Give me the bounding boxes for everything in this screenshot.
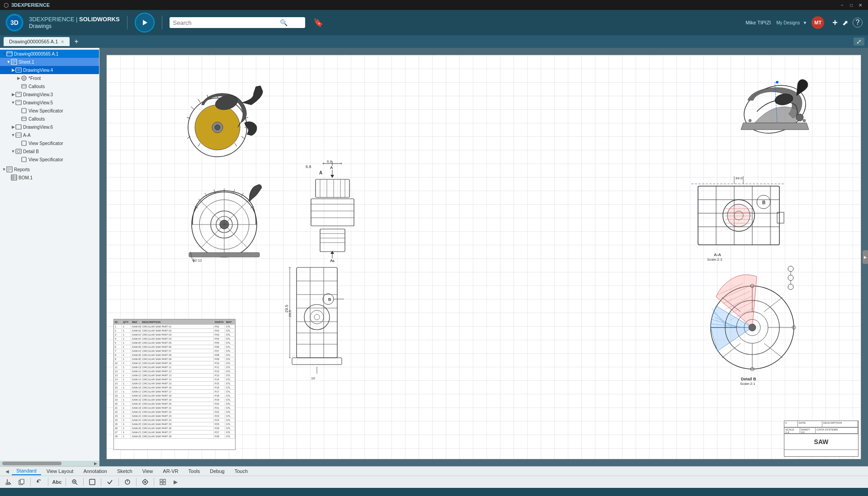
toolbar-separator2 [162, 16, 162, 29]
tab-touch[interactable]: Touch [230, 468, 252, 475]
search-input[interactable] [173, 19, 277, 26]
doc-tab[interactable]: Drawing00000565 A.1 ✕ [4, 37, 70, 46]
window-restore-icon[interactable]: ⤢ [854, 37, 864, 46]
tree-item-viewspec1[interactable]: View Specificator [0, 107, 99, 115]
svg-rect-95 [316, 179, 349, 197]
canvas-area[interactable]: ϕ2:12 6.8 A [99, 48, 868, 466]
bom-row: 3 1 SAW-03 CIRCULAR SAW PART 03 P03 STL [114, 333, 235, 337]
app-logo: 3D [5, 14, 24, 32]
toggle-reports[interactable]: ▼ [2, 167, 6, 172]
check-button[interactable] [104, 477, 115, 487]
svg-point-206 [144, 481, 146, 483]
product-name: 3DEXPERIENCE | SOLIDWORKS [29, 16, 120, 23]
view-box-button[interactable] [87, 477, 98, 487]
tree-item-reports[interactable]: ▼ Reports [0, 165, 99, 173]
my-designs[interactable]: My Designs [776, 20, 800, 25]
tool-sep-2 [48, 478, 48, 486]
tab-close-button[interactable]: ✕ [61, 39, 64, 44]
next-button[interactable]: ▶ [170, 477, 181, 487]
toggle-dv5[interactable]: ▼ [11, 100, 15, 105]
tree-label-dv4: DrawingView.4 [23, 68, 53, 73]
close-button[interactable]: ✕ [856, 1, 864, 9]
tab-standard[interactable]: Standard [12, 467, 41, 475]
grid-button[interactable] [157, 477, 168, 487]
tree-item-dv6[interactable]: ▶ DrawingView.6 [0, 123, 99, 131]
tool-sep-6 [118, 478, 119, 486]
zoom-button[interactable] [69, 477, 80, 487]
tree-item-drawing-root[interactable]: ▼ Drawing00000565 A.1 [0, 50, 99, 58]
tree-item-detailb[interactable]: ▼ Detail B [0, 147, 99, 155]
tool-tab-bar: ◀ Standard View Layout Annotation Sketch… [0, 467, 868, 476]
svg-line-50 [241, 136, 245, 139]
toggle-aa[interactable]: ▼ [11, 133, 15, 137]
toggle-sheet1[interactable]: ▼ [6, 60, 11, 64]
toggle-dv6[interactable]: ▶ [11, 125, 15, 129]
tree-item-viewspec2[interactable]: View Specificator [0, 139, 99, 147]
tree-item-front[interactable]: ▶ *Front [0, 74, 99, 82]
tb-field-3: DESCRIPTION [822, 421, 858, 427]
toggle-drawing-root[interactable]: ▼ [2, 51, 6, 56]
svg-rect-84 [189, 253, 259, 257]
tab-sketch[interactable]: Sketch [113, 468, 137, 475]
snap-button[interactable] [140, 477, 151, 487]
scrollbar-thumb[interactable] [2, 462, 61, 465]
toggle-front[interactable]: ▶ [16, 76, 21, 80]
play-button-group[interactable] [135, 13, 155, 33]
tab-debug[interactable]: Debug [205, 468, 229, 475]
tab-tools[interactable]: Tools [184, 468, 205, 475]
help-icon[interactable]: ? [853, 18, 863, 28]
tree-item-drawingview4[interactable]: ▶ DrawingView.4 [0, 66, 99, 74]
svg-text:10: 10 [311, 376, 315, 380]
toggle-dv3[interactable]: ▶ [11, 92, 15, 97]
bom-row: 27 1 SAW-27 CIRCULAR SAW PART 27 P27 STL [114, 430, 235, 435]
add-tab-button[interactable]: + [71, 37, 81, 46]
text-button[interactable]: Abc [52, 477, 62, 487]
svg-rect-105 [320, 229, 345, 252]
tree-item-viewspec3[interactable]: View Specificator [0, 155, 99, 164]
search-icon[interactable]: 🔍 [280, 19, 288, 26]
tab-ar-vr[interactable]: AR-VR [158, 468, 183, 475]
tree-item-bom1[interactable]: BOM.1 [0, 173, 99, 182]
dim-68: 6.8 [306, 164, 311, 169]
left-arrow[interactable]: ◀ [4, 469, 11, 474]
right-panel-collapse[interactable]: ▶ [863, 250, 868, 264]
tab-view-layout[interactable]: View Layout [42, 468, 78, 475]
tree-label-dv5: DrawingView.5 [23, 100, 53, 105]
svg-rect-211 [160, 479, 162, 482]
tab-title: Drawing00000565 A.1 [9, 39, 58, 44]
tab-annotation[interactable]: Annotation [79, 468, 112, 475]
view-aa-section: B 84.0 A-A Scale:2:3 [689, 173, 788, 263]
sidebar-scrollbar[interactable]: ▶ [0, 461, 99, 466]
measure-button[interactable] [122, 477, 133, 487]
bookmark-icon[interactable]: 🔖 [313, 18, 323, 28]
share-icon[interactable]: ⬈ [842, 19, 848, 27]
tree-item-sheet1[interactable]: ▼ Sheet.1 [0, 58, 99, 66]
tool-sep-7 [136, 478, 137, 486]
tree-item-dv3[interactable]: ▶ DrawingView.3 [0, 90, 99, 98]
toggle-dv4[interactable]: ▶ [11, 68, 15, 72]
main-area: ◀ ▼ Drawing00000565 A.1 ▼ Sheet.1 ▶ Draw… [0, 48, 868, 466]
tree-item-aa[interactable]: ▼ A-A [0, 131, 99, 139]
copy-button[interactable] [16, 477, 27, 487]
tree-item-callouts2[interactable]: Callouts [0, 115, 99, 123]
maximize-button[interactable]: □ [847, 1, 855, 9]
svg-point-193 [6, 483, 8, 485]
tb-row-2: SCALE1:4 SHEET1/1 CATIA SYSTEMS [784, 427, 858, 434]
title-bar: ⬡ 3DEXPERIENCE − □ ✕ [0, 0, 868, 10]
doc-tab-bar: Drawing00000565 A.1 ✕ + ⤢ [0, 35, 868, 48]
tb-row-1: C DATE DESCRIPTION [784, 421, 858, 427]
minimize-button[interactable]: − [838, 1, 846, 9]
toggle-detailb[interactable]: ▼ [11, 149, 15, 154]
svg-text:A: A [330, 165, 333, 170]
undo-button[interactable] [34, 477, 45, 487]
add-icon[interactable]: + [832, 18, 838, 28]
tab-view[interactable]: View [138, 468, 158, 475]
scrollbar-right-arrow[interactable]: ▶ [94, 461, 97, 466]
svg-line-57 [198, 143, 200, 146]
svg-rect-17 [16, 92, 21, 97]
cut-button[interactable] [4, 477, 14, 487]
tree-item-dv5[interactable]: ▼ DrawingView.5 [0, 98, 99, 107]
designs-dropdown-icon[interactable]: ▼ [802, 20, 807, 25]
module-name: Drawings [29, 23, 120, 29]
tree-item-callouts1[interactable]: Callouts [0, 82, 99, 90]
